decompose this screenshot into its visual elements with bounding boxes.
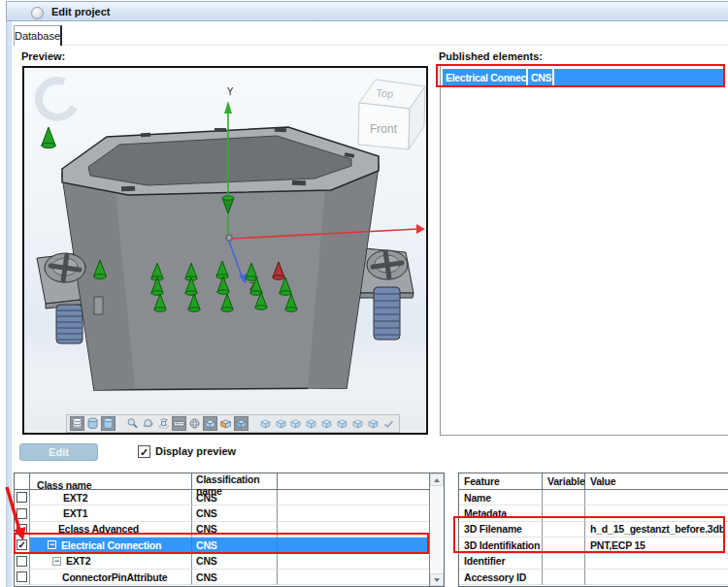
section-view-icon[interactable]	[203, 416, 217, 431]
variable-cell[interactable]	[543, 505, 585, 521]
view-cube-front-label[interactable]: Front	[370, 122, 398, 136]
feature-cell[interactable]: Identifier	[459, 554, 543, 570]
annotation-arrow	[0, 481, 39, 551]
standard-view-6-icon[interactable]	[335, 416, 349, 431]
shaded-sphere-view-icon[interactable]	[187, 416, 202, 431]
class-row-eclass-advanced[interactable]: Eclass AdvancedCNS	[15, 522, 429, 538]
feature-cell[interactable]: Accessory ID	[459, 570, 543, 585]
tab-strip-divider	[62, 45, 728, 46]
class-name-cell[interactable]: −Electrical Connection	[30, 538, 192, 553]
empty-cell	[278, 554, 429, 570]
class-row-ext2[interactable]: EXT2CNS	[15, 490, 429, 505]
standard-view-7-icon[interactable]	[350, 416, 365, 431]
value-cell[interactable]: PNT,ECP 15	[585, 538, 728, 553]
class-table-scrollbar[interactable]	[429, 473, 444, 586]
rotation-logo-icon	[33, 75, 82, 123]
standard-view-2-icon[interactable]	[274, 416, 288, 431]
feature-row-accessory-id[interactable]: Accessory ID	[459, 570, 728, 585]
scroll-up-button[interactable]	[430, 473, 444, 486]
standard-view-4-icon[interactable]	[304, 416, 318, 431]
empty-cell	[278, 522, 429, 538]
variable-cell[interactable]	[543, 490, 585, 505]
class-name-cell[interactable]: EXT2	[30, 490, 192, 505]
scroll-down-button[interactable]	[430, 573, 444, 586]
view-cube-top-label[interactable]: Top	[376, 86, 394, 99]
standard-view-1-icon[interactable]	[258, 416, 273, 431]
feature-row-3d-identifikation[interactable]: 3D IdentifikationPNT,ECP 15	[459, 538, 728, 553]
cylinder-wireframe-view-icon[interactable]	[70, 416, 84, 431]
class-row-connectorpinattribute[interactable]: ConnectorPinAttributeCNS	[15, 570, 429, 585]
feature-cell[interactable]: Metadata	[459, 505, 543, 521]
variable-cell[interactable]	[543, 522, 585, 538]
3d-viewer[interactable]: Top Front	[22, 66, 428, 435]
variable-cell[interactable]	[543, 538, 585, 553]
empty-cell	[278, 570, 429, 585]
feature-cell[interactable]: 3D Identifikation	[459, 538, 543, 553]
orbit-tool-icon[interactable]	[141, 416, 155, 431]
row-checkbox[interactable]	[15, 570, 30, 585]
value-cell[interactable]	[585, 570, 728, 585]
variable-cell[interactable]	[543, 554, 585, 570]
feature-cell[interactable]: 3D Filename	[459, 522, 543, 538]
class-name-cell[interactable]: EXT1	[30, 505, 192, 521]
display-preview-checkbox[interactable]: ✓	[138, 445, 150, 458]
classification-cell[interactable]: CNS	[192, 522, 278, 538]
row-checkbox[interactable]	[15, 554, 30, 570]
cylinder-shaded-view-icon[interactable]	[85, 416, 100, 431]
column-variable[interactable]: Variable	[543, 473, 585, 489]
value-cell[interactable]: h_d_15_gestanzt_before.3db	[585, 522, 728, 538]
measure-tool-icon[interactable]	[172, 416, 186, 431]
zoom-tool-icon[interactable]	[125, 416, 140, 431]
classification-cell[interactable]: CNS	[192, 554, 278, 570]
standard-view-3-icon[interactable]	[289, 416, 304, 431]
feature-cell[interactable]: Name	[459, 490, 543, 505]
published-empty-cell	[554, 69, 724, 86]
empty-cell	[278, 538, 429, 553]
window-title: Edit project	[51, 6, 111, 17]
standard-view-5-icon[interactable]	[319, 416, 334, 431]
value-cell[interactable]	[585, 505, 728, 521]
published-class-name[interactable]: Electrical Connection	[443, 69, 526, 86]
feature-row-metadata[interactable]: Metadata	[459, 505, 728, 521]
window-titlebar[interactable]: Edit project	[6, 1, 728, 21]
classification-cell[interactable]: CNS	[192, 538, 278, 553]
column-feature[interactable]: Feature	[459, 473, 543, 489]
class-name-cell[interactable]: −EXT2	[30, 554, 192, 570]
edit-button[interactable]: Edit	[19, 443, 98, 461]
feature-row-identifier[interactable]: Identifier	[459, 554, 728, 570]
app-icon	[31, 7, 44, 19]
corner-section-view-icon[interactable]	[218, 416, 233, 431]
classification-cell[interactable]: CNS	[192, 570, 278, 585]
viewer-toolbar	[66, 414, 400, 433]
published-list[interactable]: Electrical Connection CNS	[440, 66, 728, 436]
connector-housing-model	[37, 127, 414, 390]
view-cube[interactable]: Top Front	[358, 80, 425, 149]
empty-cell	[278, 505, 429, 521]
feature-row-name[interactable]: Name	[459, 490, 728, 505]
value-cell[interactable]	[585, 554, 728, 570]
solid-view-icon[interactable]	[234, 416, 248, 431]
cylinder-shaded-edges-view-icon[interactable]	[101, 416, 116, 431]
standard-view-8-icon[interactable]	[366, 416, 381, 431]
class-name-cell[interactable]: ConnectorPinAttribute	[30, 570, 192, 585]
class-row-ext1[interactable]: EXT1CNS	[15, 505, 429, 521]
turntable-tool-icon[interactable]	[156, 416, 171, 431]
value-cell[interactable]	[585, 490, 728, 505]
class-name-cell[interactable]: Eclass Advanced	[30, 522, 192, 538]
feature-row-3d-filename[interactable]: 3D Filenameh_d_15_gestanzt_before.3db	[459, 522, 728, 538]
class-row-ext2[interactable]: −EXT2CNS	[15, 554, 429, 570]
axis-y-label: Y	[227, 86, 234, 97]
collapse-icon[interactable]: −	[52, 557, 61, 566]
empty-cell	[278, 490, 429, 505]
class-row-electrical-connection[interactable]: ✓−Electrical ConnectionCNS	[15, 538, 429, 553]
classification-cell[interactable]: CNS	[192, 490, 278, 505]
collapse-icon[interactable]: −	[48, 540, 56, 549]
feature-table: Feature Variable Value NameMetadata3D Fi…	[458, 473, 728, 587]
classification-cell[interactable]: CNS	[192, 505, 278, 521]
published-row[interactable]: Electrical Connection CNS	[443, 69, 724, 86]
column-value[interactable]: Value	[585, 473, 728, 489]
more-views-icon[interactable]	[381, 416, 396, 431]
published-classification[interactable]: CNS	[528, 69, 552, 86]
variable-cell[interactable]	[543, 570, 585, 585]
tab-database[interactable]: Database	[14, 25, 62, 46]
